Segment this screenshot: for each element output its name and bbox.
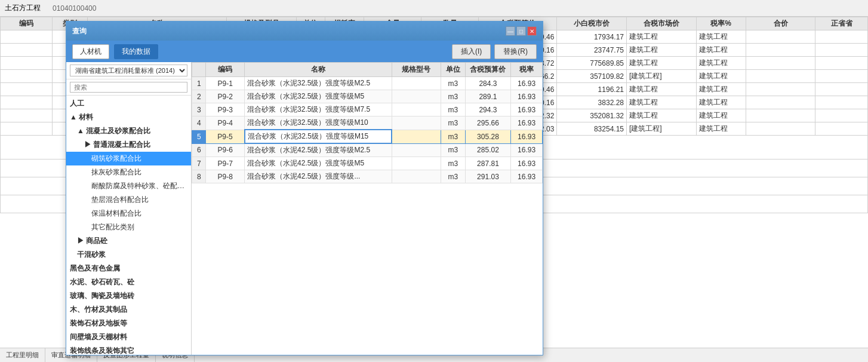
col-price: 含税预算价	[465, 63, 510, 77]
cell-price: 294.3	[465, 103, 510, 116]
tree-item[interactable]: 玻璃、陶瓷及墙地砖	[66, 289, 191, 303]
col-unit: 单位	[441, 63, 465, 77]
cell-spec	[392, 130, 441, 143]
tree-item[interactable]: ▲ 材料	[66, 111, 191, 124]
tab-gongcheng-mingxi[interactable]: 工程里明细	[0, 348, 45, 362]
toolbar-right: 插入(I) 替换(R)	[452, 44, 537, 59]
cell-tax: 16.93	[511, 143, 543, 157]
cell-price: 284.3	[465, 77, 510, 90]
cell-price: 295.66	[465, 116, 510, 130]
tab-wode-shuju[interactable]: 我的数据	[114, 44, 158, 59]
cell-spec	[392, 77, 441, 90]
cell-tax: 16.93	[511, 103, 543, 116]
tree-item[interactable]: ▶ 普通混凝土配合比	[66, 138, 191, 152]
top-bar: 土石方工程 01040100400	[0, 0, 868, 17]
cell-code[interactable]: P9-5	[206, 130, 245, 143]
tree-item[interactable]: 抹灰砂浆配合比	[66, 165, 191, 179]
cell-name[interactable]: 混合砂浆（水泥32.5级）强度等级M10	[245, 116, 392, 130]
cell-code[interactable]: P9-8	[206, 170, 245, 183]
tree-item[interactable]: 耐酸防腐及特种砂浆、砼配合比	[66, 179, 191, 193]
tree-item[interactable]: 其它配比类别	[66, 220, 191, 234]
col-tax: 税率	[511, 63, 543, 77]
cell-name[interactable]: 混合砂浆（水泥32.5级）强度等级M2.5	[245, 77, 392, 90]
dialog-title: 查询	[72, 26, 87, 36]
cell-code[interactable]: P9-1	[206, 77, 245, 90]
cell-name[interactable]: 混合砂浆（水泥42.5级）强度等级...	[245, 170, 392, 183]
cell-spec	[392, 157, 441, 170]
cell-tax: 16.93	[511, 90, 543, 103]
cell-unit: m3	[441, 143, 465, 157]
sheet-code: 01040100400	[53, 4, 96, 13]
replace-button[interactable]: 替换(R)	[494, 44, 537, 59]
row-number: 8	[192, 170, 206, 183]
cell-price: 291.03	[465, 170, 510, 183]
right-panel: 编码 名称 规格型号 单位 含税预算价 税率 1P9-1混合砂浆（水泥32.5级…	[192, 62, 543, 355]
cell-tax: 16.93	[511, 157, 543, 170]
col-code: 编码	[206, 63, 245, 77]
cell-name[interactable]: 混合砂浆（水泥42.5级）强度等级M5	[245, 157, 392, 170]
dialog-controls: — □ ✕	[506, 26, 537, 36]
dialog-body: 湖南省建筑工程消耗量标准 (2014) 人工▲ 材料▲ 混凝土及砂浆配合比▶ 普…	[66, 62, 543, 355]
tree-item[interactable]: 水泥、砂石砖瓦、砼	[66, 275, 191, 289]
cell-name[interactable]: 混合砂浆（水泥32.5级）强度等级M5	[245, 90, 392, 103]
cell-code[interactable]: P9-2	[206, 90, 245, 103]
row-number: 4	[192, 116, 206, 130]
search-input[interactable]	[70, 82, 187, 93]
standard-dropdown[interactable]: 湖南省建筑工程消耗量标准 (2014)	[70, 65, 187, 76]
cell-code[interactable]: P9-3	[206, 103, 245, 116]
cell-unit: m3	[441, 157, 465, 170]
tree-item[interactable]: ▲ 混凝土及砂浆配合比	[66, 124, 191, 138]
cell-spec	[392, 116, 441, 130]
tree-area: 人工▲ 材料▲ 混凝土及砂浆配合比▶ 普通混凝土配合比砌筑砂浆配合比抹灰砂浆配合…	[66, 96, 191, 355]
tree-item[interactable]: 黑色及有色金属	[66, 262, 191, 275]
materials-table: 编码 名称 规格型号 单位 含税预算价 税率 1P9-1混合砂浆（水泥32.5级…	[192, 62, 543, 183]
insert-button[interactable]: 插入(I)	[452, 44, 491, 59]
col-name: 名称	[245, 63, 392, 77]
cell-unit: m3	[441, 116, 465, 130]
left-panel: 湖南省建筑工程消耗量标准 (2014) 人工▲ 材料▲ 混凝土及砂浆配合比▶ 普…	[66, 62, 192, 355]
cell-price: 287.81	[465, 157, 510, 170]
row-number: 6	[192, 143, 206, 157]
cell-price: 305.28	[465, 130, 510, 143]
cell-tax: 16.93	[511, 130, 543, 143]
cell-code[interactable]: P9-7	[206, 157, 245, 170]
tree-item[interactable]: 装饰石材及地板等	[66, 317, 191, 330]
row-number: 7	[192, 157, 206, 170]
tree-item[interactable]: 保温材料配合比	[66, 207, 191, 220]
cell-tax: 16.93	[511, 170, 543, 183]
tree-item[interactable]: 砌筑砂浆配合比	[66, 152, 191, 165]
tree-item[interactable]: 装饰线条及装饰其它	[66, 344, 191, 355]
cell-spec	[392, 143, 441, 157]
row-number: 5	[192, 130, 206, 143]
cell-unit: m3	[441, 170, 465, 183]
maximize-button[interactable]: □	[516, 26, 526, 36]
dialog-toolbar: 人材机 我的数据 插入(I) 替换(R)	[66, 41, 543, 62]
dropdown-row: 湖南省建筑工程消耗量标准 (2014)	[66, 62, 191, 79]
cell-spec	[392, 90, 441, 103]
tree-item[interactable]: 人工	[66, 97, 191, 111]
cell-code[interactable]: P9-4	[206, 116, 245, 130]
cell-name[interactable]: 混合砂浆（水泥32.5级）强度等级M15	[245, 130, 392, 143]
cell-unit: m3	[441, 90, 465, 103]
tree-item[interactable]: 间壁墙及天棚材料	[66, 330, 191, 344]
cell-price: 285.02	[465, 143, 510, 157]
cell-price: 289.1	[465, 90, 510, 103]
tree-item[interactable]: 木、竹材及其制品	[66, 303, 191, 317]
cell-unit: m3	[441, 103, 465, 116]
search-row	[66, 79, 191, 96]
minimize-button[interactable]: —	[506, 26, 515, 36]
data-table-container: 编码 名称 规格型号 单位 含税预算价 税率 1P9-1混合砂浆（水泥32.5级…	[192, 62, 543, 355]
cell-code[interactable]: P9-6	[206, 143, 245, 157]
tab-rencaiji[interactable]: 人材机	[72, 44, 109, 59]
cell-spec	[392, 103, 441, 116]
tree-item[interactable]: 干混砂浆	[66, 248, 191, 262]
close-button[interactable]: ✕	[527, 26, 537, 36]
tree-item[interactable]: ▶ 商品砼	[66, 234, 191, 248]
row-number: 3	[192, 103, 206, 116]
cell-tax: 16.93	[511, 77, 543, 90]
cell-name[interactable]: 混合砂浆（水泥32.5级）强度等级M7.5	[245, 103, 392, 116]
cell-unit: m3	[441, 130, 465, 143]
row-number: 1	[192, 77, 206, 90]
cell-name[interactable]: 混合砂浆（水泥42.5级）强度等级M2.5	[245, 143, 392, 157]
tree-item[interactable]: 垫层混合料配合比	[66, 193, 191, 207]
